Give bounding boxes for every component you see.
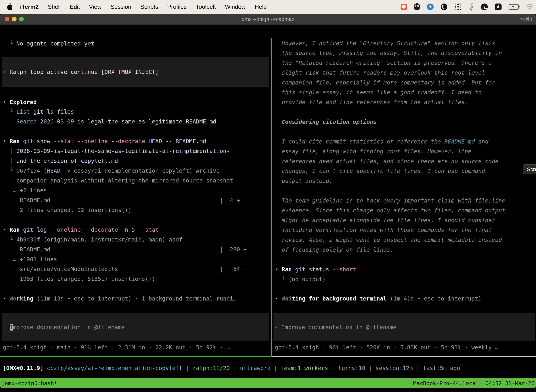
text-segment: |: [328, 365, 338, 371]
menu-item-scripts[interactable]: Scripts: [136, 4, 163, 10]
blue-bolt-badge-icon[interactable]: [427, 4, 434, 10]
menu-item-window[interactable]: Window: [220, 4, 250, 10]
menu-items: iTerm2ShellEditViewSessionScriptsProfile…: [16, 4, 271, 10]
terminal-line: provide file and line references from th…: [282, 97, 468, 107]
text-segment: └: [3, 108, 16, 115]
menu-item-view[interactable]: View: [84, 4, 106, 10]
bolt-glyph: [428, 5, 432, 9]
text-segment: rk: [16, 295, 23, 302]
text-segment: including verification notes with those …: [282, 227, 492, 233]
terminal-line: However, I noticed the "Directory Struct…: [282, 38, 495, 48]
terminal-line: evidence. Since this change only affects…: [282, 205, 505, 215]
squiggle-icon[interactable]: [469, 3, 474, 10]
terminal-line: slight risk that future readers may over…: [282, 68, 485, 78]
text-segment: … +1901 lines: [3, 256, 57, 263]
dots-grid-icon[interactable]: [455, 3, 462, 11]
menu-item-profiles[interactable]: Profiles: [163, 4, 191, 10]
menu-item-shell[interactable]: Shell: [43, 4, 65, 10]
screen-mirroring-icon[interactable]: [401, 4, 407, 10]
text-segment: │: [3, 158, 16, 164]
right-pane[interactable]: › Improve documentation in @filename gpt…: [272, 38, 536, 356]
text-segment: team:1 workers: [281, 365, 328, 371]
text-segment: README.md: [172, 138, 206, 145]
input-placeholder: mprove documentation in @filename: [13, 324, 125, 331]
badge-61-icon[interactable]: ..61: [481, 4, 488, 10]
text-segment: show: [33, 138, 50, 145]
terminal-line: the source tree, missing the essay. Stil…: [282, 48, 502, 58]
text-segment: README.md | 280 +: [3, 246, 247, 253]
terminal-line: │ 2026-03-09-is-legal-the-same-as-legiti…: [3, 146, 230, 156]
screen-mirroring-tail: [402, 8, 404, 9]
text-segment: 1903 files changed, 513517 insertions(+): [3, 275, 155, 282]
keyboard-layout-icon[interactable]: A: [495, 4, 502, 10]
tmux-session-label: [omx-cczip0:bash*: [1, 380, 57, 386]
tmux-pane-divider[interactable]: [271, 38, 272, 356]
text-segment: •: [3, 99, 10, 106]
inactive-pane-border: [272, 356, 536, 357]
text-segment: •: [3, 295, 10, 302]
text-segment: … +2 lines: [3, 187, 47, 194]
text-segment: Ran: [282, 266, 292, 273]
text-segment: evidence. Since this change only affects…: [282, 207, 505, 214]
terminal-line: companion file, especially if more comme…: [282, 78, 495, 88]
text-segment: Ran: [10, 226, 20, 233]
text-segment: [43, 365, 47, 371]
text-segment: •: [3, 138, 10, 145]
text-segment: the "Related research writing" section i…: [282, 60, 492, 66]
menu-item-edit[interactable]: Edit: [65, 4, 84, 10]
right-session-status: gpt-5.4 xhigh · 96% left · 520K in · 5.8…: [275, 342, 498, 352]
terminal-line: • Ran git status --short: [275, 265, 356, 274]
left-prompt-input[interactable]: › Improve documentation in @filename: [2, 313, 269, 341]
zoom-window-button[interactable]: [19, 17, 24, 21]
text-segment: cczip/essay/ai-reimplementation-copyleft: [47, 365, 182, 371]
terminal-line: └ 4b9d30f (origin/main, instructkr/main,…: [3, 235, 182, 244]
banner-text: Ralph loop active continue [OMX_TMUX_INJ…: [10, 69, 159, 75]
terminal-line: README.md | 4 +: [3, 195, 240, 205]
crescent-circle-icon[interactable]: [441, 4, 447, 10]
terminal-line: the "Related research writing" section i…: [282, 58, 492, 68]
omx-status-line: [OMX#0.11.9] cczip/essay/ai-reimplementa…: [3, 363, 460, 373]
terminal-line: └ 067f154 (HEAD -> essay/ai-reimplementa…: [3, 166, 220, 176]
apple-logo-icon[interactable]: [7, 3, 13, 10]
iterm2-window: omx --xhigh --madmax ⌥⌘1 › Ralph loop ac…: [0, 14, 536, 388]
menu-item-help[interactable]: Help: [250, 4, 271, 10]
menu-item-iterm2[interactable]: iTerm2: [16, 4, 43, 10]
text-segment: [292, 266, 295, 273]
text-segment: └: [275, 276, 288, 283]
text-segment: slight risk that future readers may over…: [282, 69, 485, 76]
text-segment: I could cite commit statistics or refere…: [282, 138, 444, 145]
terminal-line: • Explored: [3, 97, 37, 107]
battery-icon[interactable]: [509, 4, 519, 10]
menu-item-session[interactable]: Session: [106, 4, 136, 10]
right-prompt-input[interactable]: › Improve documentation in @filename: [273, 313, 535, 341]
terminal-line: Considering citation options: [282, 117, 377, 127]
text-segment: turns:10: [338, 365, 365, 371]
shield-grid-icon[interactable]: [414, 3, 420, 10]
text-segment: --short: [329, 266, 356, 273]
terminal-line: 1903 files changed, 513517 insertions(+): [3, 274, 155, 284]
terminal-line: The team guideline is to back every impo…: [282, 196, 505, 205]
terminal-line: README.md | 280 +: [3, 244, 247, 254]
terminal-line: I could cite commit statistics or refere…: [282, 137, 488, 146]
text-segment: ultrawork: [240, 365, 270, 371]
text-segment: Explored: [10, 99, 37, 106]
terminal-line: … +2 lines: [3, 186, 47, 195]
text-segment: |: [270, 365, 281, 371]
window-title-bar[interactable]: omx --xhigh --madmax ⌥⌘1: [0, 14, 536, 25]
text-segment: and: [475, 138, 488, 145]
terminal-line: └ (no output): [275, 274, 326, 284]
menu-item-toolbelt[interactable]: Toolbelt: [191, 4, 220, 10]
text-segment: references need actual files, and since …: [282, 158, 498, 165]
left-pane[interactable]: › Ralph loop active continue [OMX_TMUX_I…: [0, 38, 271, 356]
text-segment: 2 files changed, 92 insertions(+): [3, 207, 132, 213]
text-segment: [OMX#0.11.9]: [3, 365, 43, 371]
minimize-window-button[interactable]: [12, 17, 17, 21]
tab-shortcut-label: ⌥⌘1: [519, 16, 533, 22]
terminal-line: • Ran git log --oneline --decorate -n 5 …: [3, 225, 159, 235]
text-segment: [20, 138, 23, 145]
wifi-icon[interactable]: [526, 4, 534, 10]
close-window-button[interactable]: [5, 17, 9, 21]
text-segment: └: [3, 167, 16, 174]
text-segment: --oneline: [74, 138, 108, 145]
text-segment: Search: [16, 118, 37, 125]
